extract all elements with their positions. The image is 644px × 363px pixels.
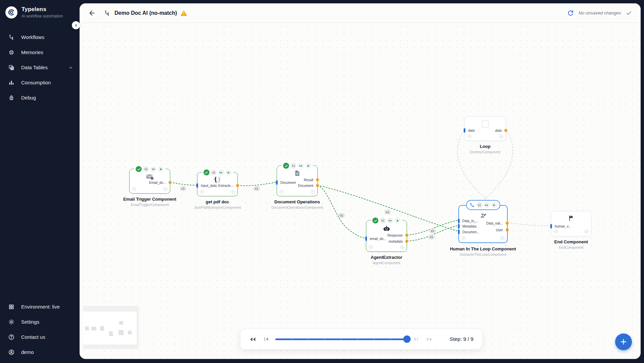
workflow-canvas[interactable]: x1x1x1x1x1x1 x1Email_do...Email Trigger … — [80, 3, 641, 359]
sidebar-item-settings[interactable]: Settings — [0, 314, 80, 329]
sidebar-item-data-tables[interactable]: Data Tables — [0, 60, 80, 75]
gear-icon — [8, 319, 15, 325]
output-port-handle[interactable] — [506, 222, 509, 225]
output-port-handle[interactable] — [506, 229, 509, 232]
step-slider[interactable] — [275, 335, 407, 343]
fast-forward-node-button[interactable] — [387, 217, 393, 224]
sidebar-collapse-button[interactable] — [72, 21, 80, 29]
brand[interactable]: Typelens Ai workflow automation — [0, 0, 80, 18]
add-connection-button[interactable] — [230, 189, 235, 194]
input-port-handle[interactable] — [365, 237, 367, 241]
add-connection-button[interactable] — [400, 245, 405, 250]
skip-to-end-button[interactable] — [413, 337, 419, 341]
play-node-button[interactable] — [395, 217, 401, 224]
skip-to-start-button[interactable] — [264, 337, 269, 341]
add-connection-button[interactable] — [584, 229, 589, 234]
node-document-operations[interactable]: x1DocumentResultDocumentDocument Operati… — [277, 165, 318, 196]
output-port-handle[interactable] — [169, 181, 172, 184]
add-connection-button[interactable] — [279, 189, 284, 194]
sidebar-item-label: Consumption — [21, 80, 51, 85]
output-port-handle[interactable] — [504, 129, 507, 132]
port-label: data — [495, 129, 502, 132]
input-port-handle[interactable] — [276, 180, 278, 185]
fast-forward-node-button[interactable] — [218, 169, 224, 175]
input-port-handle[interactable] — [458, 219, 460, 223]
add-connection-button[interactable] — [461, 236, 466, 241]
sidebar-item-contact[interactable]: Contact us — [0, 329, 80, 345]
node-human-in-the-loop[interactable]: x1Data_to_...MetadataDocumen...Data_vali… — [458, 205, 508, 243]
add-connection-button[interactable] — [368, 245, 373, 250]
output-port-handle[interactable] — [405, 234, 408, 237]
output-port[interactable]: metadata — [388, 239, 407, 244]
play-node-button[interactable] — [226, 169, 232, 175]
add-connection-button[interactable] — [132, 187, 137, 192]
output-port-handle[interactable] — [316, 178, 319, 182]
input-port[interactable]: Input_data — [197, 183, 217, 188]
fast-forward-node-button[interactable] — [484, 202, 490, 208]
back-button[interactable] — [88, 9, 96, 17]
sidebar-item-label: Workflows — [21, 34, 44, 40]
warning-icon[interactable] — [180, 9, 187, 16]
port-label: Documen... — [462, 230, 479, 234]
add-connection-button[interactable] — [499, 134, 504, 139]
output-port-handle[interactable] — [236, 184, 239, 187]
input-port-handle[interactable] — [196, 184, 198, 188]
add-connection-button[interactable] — [467, 134, 472, 139]
node-agent-extractor[interactable]: x1email_do...ResponsemetadataAgentExtrac… — [366, 220, 407, 252]
output-port[interactable]: Document — [298, 183, 317, 188]
output-port-handle[interactable] — [316, 184, 319, 187]
node-get-pdf-doc[interactable]: x1{}Input_dataExtracte...get pdf docJson… — [197, 172, 238, 196]
output-port[interactable]: Response — [387, 233, 407, 238]
minimap[interactable] — [83, 306, 139, 349]
play-node-button[interactable] — [305, 163, 311, 169]
input-port-handle[interactable] — [458, 224, 460, 229]
output-port[interactable]: data — [495, 128, 506, 133]
sidebar-item-workflows[interactable]: Workflows — [0, 30, 80, 45]
node-end[interactable]: human_v...End ComponentEndComponent — [551, 211, 591, 236]
input-port[interactable]: email_do... — [366, 236, 386, 241]
rewind-button[interactable] — [249, 337, 256, 342]
input-port-handle[interactable] — [550, 224, 552, 229]
output-port[interactable]: Email_do... — [149, 180, 170, 185]
node-email-trigger[interactable]: x1Email_do...Email Trigger ComponentEmai… — [129, 169, 170, 194]
output-port[interactable]: User — [496, 228, 507, 232]
output-port[interactable]: Result — [304, 177, 317, 182]
refresh-button[interactable] — [567, 10, 574, 16]
fast-forward-node-button[interactable] — [150, 166, 156, 172]
input-port-handle[interactable] — [458, 230, 460, 234]
workflow-icon — [8, 34, 15, 41]
add-connection-button[interactable] — [553, 229, 558, 234]
output-port-handle[interactable] — [405, 240, 408, 243]
play-node-button[interactable] — [158, 166, 164, 172]
add-node-button[interactable] — [615, 333, 632, 350]
input-port[interactable]: Data_to_... — [459, 218, 479, 223]
input-port[interactable]: Document — [277, 180, 296, 185]
node-loop[interactable]: datadataLoopDummyComponent — [464, 116, 506, 141]
fast-forward-node-button[interactable] — [298, 163, 304, 169]
minimap-viewport[interactable] — [83, 312, 137, 345]
add-connection-button[interactable] — [500, 236, 505, 241]
fast-forward-button[interactable] — [426, 337, 433, 342]
input-port[interactable]: Documen... — [459, 230, 479, 234]
sidebar-item-label: Data Tables — [21, 65, 48, 70]
sidebar-item-memories[interactable]: Memories — [0, 45, 80, 60]
play-node-button[interactable] — [491, 202, 497, 208]
output-port[interactable]: Data_vali... — [486, 221, 507, 226]
add-connection-button[interactable] — [310, 189, 315, 194]
add-connection-button[interactable] — [199, 189, 204, 194]
add-connection-button[interactable] — [163, 187, 168, 192]
input-port[interactable]: human_v... — [551, 224, 571, 229]
sidebar-item-label: Contact us — [21, 334, 45, 340]
output-port[interactable]: Extracte... — [218, 183, 237, 188]
node-title: Email Trigger Component — [123, 197, 176, 202]
sidebar-item-consumption[interactable]: Consumption — [0, 75, 80, 90]
sidebar-item-environment[interactable]: Environment: live — [0, 299, 80, 314]
minimap-node — [119, 330, 124, 335]
input-port-handle[interactable] — [464, 128, 465, 133]
sidebar-item-demo[interactable]: demo — [0, 345, 80, 360]
input-port[interactable]: Metadata — [459, 224, 476, 229]
input-port[interactable]: data — [465, 128, 474, 133]
slider-tick — [374, 339, 374, 339]
slider-thumb[interactable] — [403, 335, 411, 343]
sidebar-item-debug[interactable]: Debug — [0, 90, 80, 105]
